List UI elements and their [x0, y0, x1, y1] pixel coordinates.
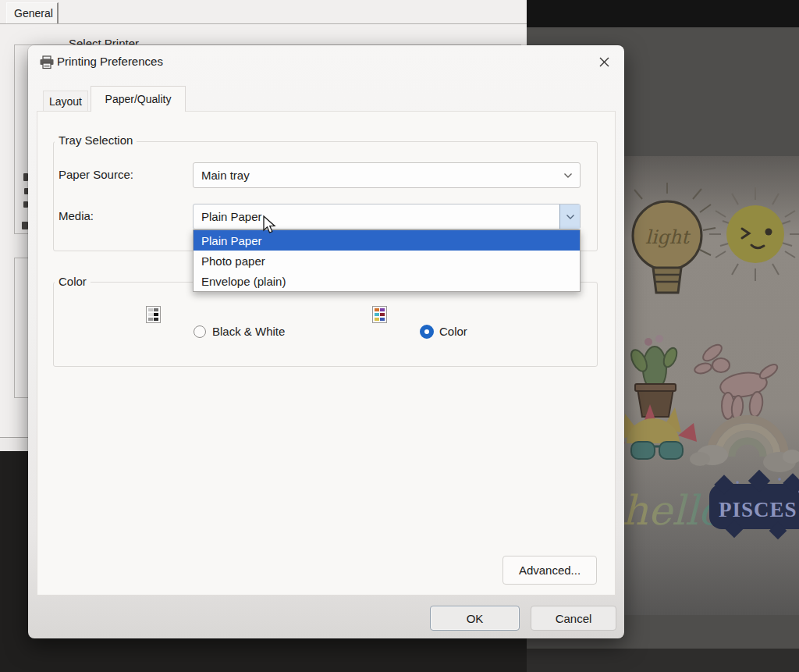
color-document-icon	[372, 306, 387, 323]
chevron-down-icon	[566, 214, 575, 220]
svg-text:PISCES: PISCES	[719, 498, 797, 521]
lightbulb-sticker: light	[633, 183, 716, 293]
tab-general[interactable]: General	[6, 2, 59, 23]
tab-paper-quality-label: Paper/Quality	[105, 93, 172, 105]
color-groupbox	[53, 282, 598, 367]
media-option-plain-paper[interactable]: Plain Paper	[194, 230, 580, 251]
media-option-envelope[interactable]: Envelope (plain)	[194, 271, 580, 291]
media-label: Media:	[59, 209, 94, 222]
rainbow-sticker	[690, 419, 799, 472]
close-button[interactable]	[591, 51, 616, 73]
close-icon	[599, 57, 609, 67]
tab-strip-divider	[0, 23, 527, 24]
screen: General Select Printer	[0, 0, 799, 672]
tab-layout-label: Layout	[49, 95, 82, 108]
dark-titlebar-strip	[527, 0, 799, 27]
dialog-title: Printing Preferences	[57, 55, 163, 68]
paper-source-combobox[interactable]: Main tray	[193, 162, 581, 188]
media-combobox[interactable]: Plain Paper	[193, 204, 581, 229]
media-dropdown-button[interactable]	[559, 204, 580, 229]
media-dropdown-list: Plain Paper Photo paper Envelope (plain)	[193, 229, 581, 292]
tab-paper-quality[interactable]: Paper/Quality	[91, 86, 186, 112]
pisces-badge-sticker: PISCES	[709, 470, 799, 539]
ok-button[interactable]: OK	[430, 606, 520, 631]
media-value: Plain Paper	[194, 210, 262, 223]
svg-text:hello: hello	[622, 487, 725, 534]
advanced-button[interactable]: Advanced...	[502, 556, 597, 585]
color-group-label: Color	[55, 275, 91, 288]
paper-source-value: Main tray	[194, 169, 250, 182]
cancel-button[interactable]: Cancel	[531, 606, 616, 631]
color-radio-label: Color	[439, 325, 467, 338]
svg-text:light: light	[645, 226, 691, 248]
winking-sun-sticker	[709, 187, 799, 281]
chevron-down-icon	[563, 172, 573, 179]
tab-general-label: General	[14, 7, 53, 20]
dark-bottom-strip	[527, 649, 799, 672]
sticker-artwork-sheet: light	[619, 156, 799, 615]
paper-source-label: Paper Source:	[59, 168, 133, 181]
hello-script-sticker: hello	[622, 487, 725, 534]
clipped-text-fragment	[22, 222, 28, 229]
tab-layout[interactable]: Layout	[43, 91, 88, 111]
black-white-radio[interactable]	[194, 325, 206, 338]
balloon-dog-sticker	[694, 342, 779, 420]
color-radio[interactable]	[420, 325, 434, 339]
printing-preferences-dialog: Printing Preferences Layout Paper/Qualit…	[28, 45, 624, 638]
cursor-icon	[262, 215, 276, 234]
cactus-sticker	[628, 335, 680, 417]
sticker-graphics: light	[619, 156, 799, 615]
printer-icon	[39, 55, 55, 69]
tray-selection-label: Tray Selection	[55, 133, 137, 147]
media-option-photo-paper[interactable]: Photo paper	[194, 251, 580, 271]
bw-document-icon	[146, 306, 161, 323]
black-white-radio-label: Black & White	[212, 325, 285, 338]
